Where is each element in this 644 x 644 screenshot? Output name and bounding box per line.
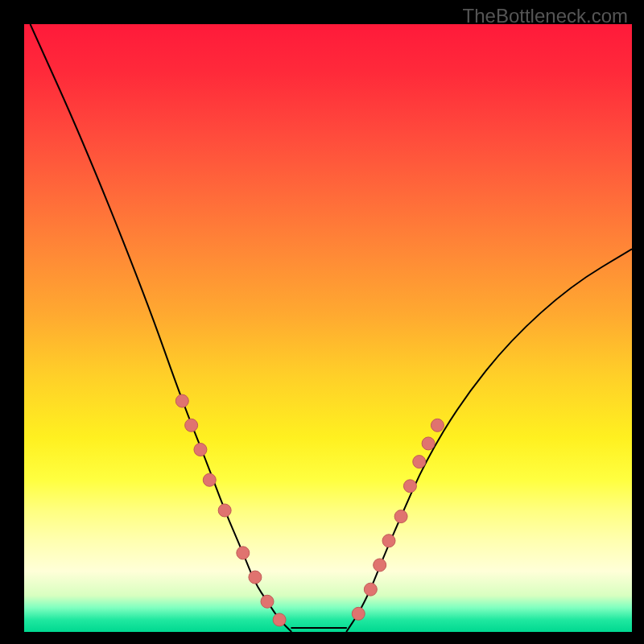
data-marker — [374, 559, 386, 572]
data-marker — [382, 535, 395, 547]
data-marker — [249, 571, 262, 584]
data-marker — [203, 473, 216, 486]
right-branch-curve — [346, 249, 632, 632]
data-marker — [352, 607, 365, 620]
left-branch-curve — [31, 24, 292, 632]
data-marker — [431, 419, 444, 431]
watermark-text: TheBottleneck.com — [463, 5, 628, 27]
data-marker — [237, 547, 250, 559]
data-marker — [413, 456, 426, 469]
data-marker — [261, 595, 274, 608]
data-marker — [422, 437, 435, 450]
right-markers-group — [352, 419, 444, 620]
data-marker — [185, 419, 198, 431]
data-marker — [403, 480, 416, 493]
data-marker — [273, 613, 286, 626]
data-marker — [175, 394, 188, 407]
bottleneck-curve — [24, 24, 632, 632]
chart-plot-area — [24, 24, 632, 632]
data-marker — [194, 444, 207, 456]
data-marker — [394, 510, 407, 523]
data-marker — [364, 583, 377, 596]
left-markers-group — [175, 394, 286, 626]
data-marker — [218, 504, 231, 517]
